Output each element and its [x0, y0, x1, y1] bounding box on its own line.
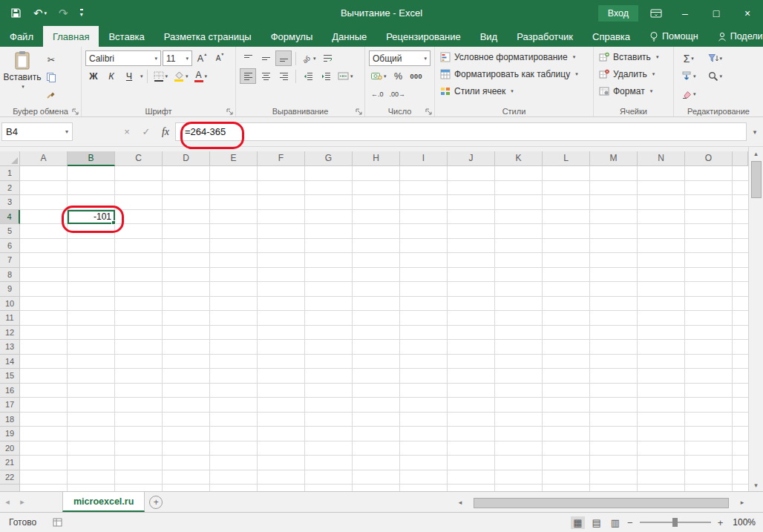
cell-M13[interactable]: [590, 340, 638, 355]
formula-input[interactable]: =264-365: [175, 122, 747, 141]
conditional-formatting-button[interactable]: Условное форматирование▾: [436, 48, 592, 65]
cell-A9[interactable]: [20, 282, 68, 297]
cell-K20[interactable]: [495, 441, 543, 456]
cell-F17[interactable]: [258, 398, 305, 413]
cell-D6[interactable]: [163, 239, 210, 254]
cell-I20[interactable]: [400, 441, 448, 456]
cell-C5[interactable]: [115, 224, 163, 239]
copy-button[interactable]: [43, 69, 59, 85]
cell-G21[interactable]: [305, 456, 353, 470]
cell-A4[interactable]: [20, 210, 68, 225]
enter-button[interactable]: ✓: [137, 122, 156, 141]
cell-L1[interactable]: [543, 166, 590, 181]
cell-M9[interactable]: [590, 282, 638, 297]
align-center-button[interactable]: [258, 68, 274, 84]
cell-L18[interactable]: [543, 413, 590, 427]
cell-I7[interactable]: [400, 253, 448, 268]
cell-M3[interactable]: [590, 195, 638, 210]
percent-style-button[interactable]: %: [390, 68, 407, 84]
cell-B4[interactable]: -101: [68, 210, 115, 225]
cell-K8[interactable]: [495, 268, 543, 283]
cell-C21[interactable]: [115, 456, 163, 470]
cell-L20[interactable]: [543, 441, 590, 456]
cell-N18[interactable]: [638, 413, 685, 427]
decrease-decimal-button[interactable]: .00→: [387, 86, 408, 102]
cell-E21[interactable]: [210, 456, 258, 470]
cell-B3[interactable]: [68, 195, 115, 210]
cell-I2[interactable]: [400, 181, 448, 196]
cell-I5[interactable]: [400, 224, 448, 239]
cell-O19[interactable]: [685, 427, 733, 441]
view-page-break-button[interactable]: ▥: [609, 516, 622, 529]
underline-button[interactable]: Ч: [121, 68, 137, 84]
cell-N3[interactable]: [638, 195, 685, 210]
cell-J10[interactable]: [448, 297, 495, 312]
cell-L17[interactable]: [543, 398, 590, 413]
cell-G19[interactable]: [305, 427, 353, 441]
cell-F14[interactable]: [258, 355, 305, 370]
format-cells-button[interactable]: Формат▾: [595, 82, 672, 99]
delete-cells-button[interactable]: Удалить▾: [595, 65, 672, 82]
row-header-13[interactable]: 13: [0, 340, 20, 355]
caret-icon[interactable]: ▾: [65, 128, 68, 135]
cell-J15[interactable]: [448, 369, 495, 384]
align-middle-button[interactable]: [258, 50, 274, 66]
cell-D19[interactable]: [163, 427, 210, 441]
new-sheet-button[interactable]: +: [145, 492, 167, 512]
font-color-button[interactable]: А▾: [192, 68, 210, 84]
cell-H5[interactable]: [353, 224, 400, 239]
cell-I22[interactable]: [400, 470, 448, 485]
cell-E18[interactable]: [210, 413, 258, 427]
row-header-19[interactable]: 19: [0, 427, 20, 441]
cell-L7[interactable]: [543, 253, 590, 268]
fill-color-button[interactable]: ▾: [171, 68, 191, 84]
column-header-N[interactable]: N: [638, 151, 685, 166]
italic-button[interactable]: К: [103, 68, 119, 84]
clipboard-dialog-launcher[interactable]: [72, 108, 79, 115]
cell-G17[interactable]: [305, 398, 353, 413]
cell-I12[interactable]: [400, 326, 448, 341]
cell-D9[interactable]: [163, 282, 210, 297]
qat-customize-button[interactable]: ▾: [80, 9, 83, 18]
cell-M15[interactable]: [590, 369, 638, 384]
cell-O13[interactable]: [685, 340, 733, 355]
redo-button[interactable]: ↷: [59, 7, 68, 19]
cell-A13[interactable]: [20, 340, 68, 355]
cell-C20[interactable]: [115, 441, 163, 456]
cell-I21[interactable]: [400, 456, 448, 470]
cell-J1[interactable]: [448, 166, 495, 181]
cell-M19[interactable]: [590, 427, 638, 441]
minimize-button[interactable]: –: [669, 0, 701, 26]
row-header-12[interactable]: 12: [0, 326, 20, 341]
cell-E11[interactable]: [210, 311, 258, 326]
increase-indent-button[interactable]: [318, 68, 334, 84]
cell-A8[interactable]: [20, 268, 68, 283]
row-header-1[interactable]: 1: [0, 166, 20, 181]
cell-E20[interactable]: [210, 441, 258, 456]
cell-H12[interactable]: [353, 326, 400, 341]
cell-K19[interactable]: [495, 427, 543, 441]
cell-O18[interactable]: [685, 413, 733, 427]
cell-J13[interactable]: [448, 340, 495, 355]
tab-formulas[interactable]: Формулы: [261, 26, 323, 47]
assistant-button[interactable]: Помощн: [640, 26, 708, 47]
cell-H4[interactable]: [353, 210, 400, 225]
cell-G8[interactable]: [305, 268, 353, 283]
cell-L2[interactable]: [543, 181, 590, 196]
cell-I8[interactable]: [400, 268, 448, 283]
cell-M18[interactable]: [590, 413, 638, 427]
column-header-B[interactable]: B: [68, 151, 115, 166]
cell-C11[interactable]: [115, 311, 163, 326]
cell-J20[interactable]: [448, 441, 495, 456]
cell-B21[interactable]: [68, 456, 115, 470]
cell-O10[interactable]: [685, 297, 733, 312]
row-header-8[interactable]: 8: [0, 268, 20, 283]
font-name-select[interactable]: Calibri▾: [85, 50, 161, 66]
cell-E12[interactable]: [210, 326, 258, 341]
save-button[interactable]: [10, 7, 22, 19]
cell-I1[interactable]: [400, 166, 448, 181]
cell-D1[interactable]: [163, 166, 210, 181]
cell-K14[interactable]: [495, 355, 543, 370]
cell-I18[interactable]: [400, 413, 448, 427]
paste-button[interactable]: Вставить ▾: [1, 48, 43, 102]
